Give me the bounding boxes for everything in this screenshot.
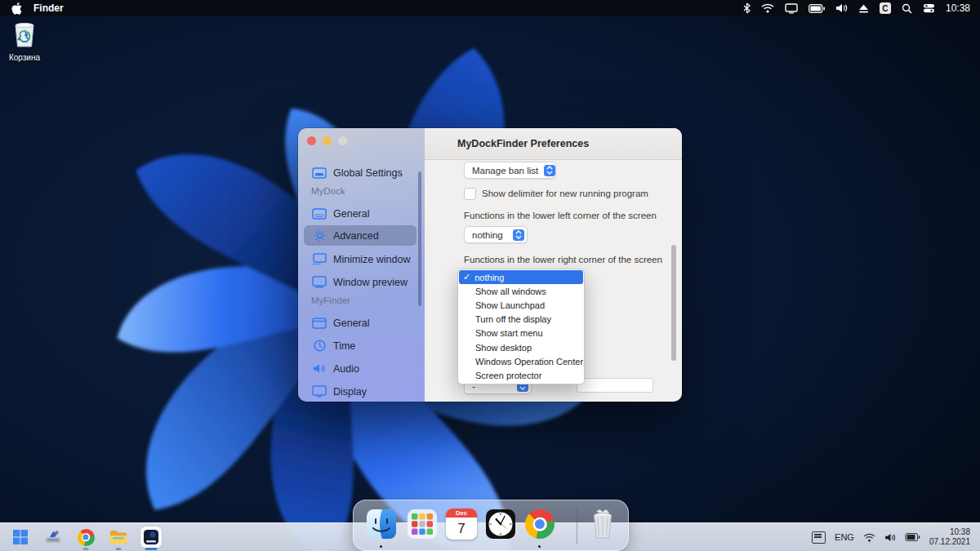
mydockfinder-preferences-window: Global Settings MyDock General Advanced: [298, 128, 682, 402]
mac-menu-bar: Finder C: [0, 0, 980, 16]
menu-bar-app-name[interactable]: Finder: [33, 2, 64, 14]
battery-icon[interactable]: [808, 2, 825, 15]
apple-menu-icon[interactable]: [11, 2, 22, 15]
running-indicator: [380, 545, 382, 548]
sidebar-item-label: General: [333, 208, 369, 220]
menu-option[interactable]: Turn off the display: [459, 313, 583, 327]
window-preview-icon: [311, 276, 327, 288]
menu-option[interactable]: Show all windows: [459, 284, 583, 298]
recycle-bin-desktop-icon[interactable]: Корзина: [7, 20, 42, 62]
zoom-window-button[interactable]: [338, 136, 347, 145]
recycle-bin-icon: [12, 20, 37, 48]
mac-dock: Dec 7: [353, 500, 629, 551]
menu-option[interactable]: Show start menu: [459, 327, 583, 340]
active-indicator: [145, 548, 158, 550]
sidebar-scrollbar[interactable]: [418, 171, 421, 306]
recycle-bin-label: Корзина: [7, 53, 42, 62]
sidebar-item-label: Global Settings: [333, 167, 403, 179]
launchpad-icon: [407, 509, 438, 540]
preferences-sidebar: Global Settings MyDock General Advanced: [298, 128, 425, 402]
menu-option[interactable]: Show Launchpad: [459, 298, 583, 312]
sidebar-item-audio[interactable]: Audio: [304, 358, 416, 379]
dock-item-trash[interactable]: [587, 509, 618, 540]
control-center-icon[interactable]: [923, 2, 935, 15]
sidebar-item-label: Advanced: [333, 230, 379, 242]
menu-option-selected[interactable]: ✓ nothing: [459, 270, 583, 284]
lower-left-functions-value: nothing: [472, 230, 507, 240]
dock-item-chrome[interactable]: [524, 509, 555, 540]
display-settings-icon: [311, 385, 327, 398]
lower-left-functions-select[interactable]: nothing: [464, 226, 528, 243]
dock-item-launchpad[interactable]: [407, 509, 438, 540]
content-scrollbar[interactable]: [671, 245, 676, 361]
show-delimiter-checkbox[interactable]: [464, 188, 476, 200]
clock-icon: [311, 340, 327, 352]
sidebar-item-mydock-advanced[interactable]: Advanced: [304, 225, 416, 246]
start-button[interactable]: [10, 527, 31, 548]
sidebar-item-mydock-general[interactable]: General: [304, 203, 416, 224]
lower-right-functions-dropdown-menu: ✓ nothing Show all windows Show Launchpa…: [457, 269, 585, 384]
menu-option[interactable]: Show desktop: [459, 340, 583, 354]
menu-bar-clock[interactable]: 10:38: [946, 2, 970, 14]
sidebar-item-label: Display: [333, 386, 367, 398]
sidebar-item-label: Time: [333, 340, 355, 352]
window-controls: [307, 136, 347, 145]
menu-option[interactable]: Screen protector: [459, 368, 583, 382]
speaker-icon: [311, 363, 327, 374]
calendar-day: 7: [446, 518, 477, 540]
close-window-button[interactable]: [307, 136, 316, 145]
dock-item-clock[interactable]: [485, 509, 516, 540]
sidebar-item-window-preview[interactable]: Window preview: [304, 272, 416, 292]
sidebar-item-display[interactable]: Display: [304, 381, 416, 402]
show-delimiter-label: Show delimiter for new running program: [482, 189, 648, 198]
bottom-text-input[interactable]: [577, 378, 653, 393]
running-indicator: [538, 545, 541, 548]
sidebar-item-label: Window preview: [333, 277, 408, 288]
running-indicator: [116, 548, 122, 550]
language-indicator[interactable]: ENG: [835, 532, 854, 542]
taskbar-time: 10:38: [929, 527, 970, 537]
checkmark-icon: ✓: [463, 272, 470, 282]
mydockfinder-icon: [143, 529, 159, 545]
lower-left-functions-label: Functions in the lower left corner of th…: [464, 211, 657, 220]
tray-volume-icon[interactable]: [884, 531, 896, 544]
window-icon: [311, 167, 327, 179]
input-source-icon[interactable]: C: [880, 2, 891, 14]
dock-item-calendar[interactable]: Dec 7: [446, 509, 477, 540]
bluetooth-icon[interactable]: [743, 2, 751, 15]
sidebar-item-global-settings[interactable]: Global Settings: [304, 162, 416, 183]
sidebar-item-myfinder-general[interactable]: General: [304, 313, 416, 333]
sidebar-item-minimize-window[interactable]: Minimize window: [304, 249, 416, 269]
sidebar-section-myfinder: MyFinder: [311, 295, 350, 305]
chrome-icon: [525, 509, 555, 539]
dock-item-finder[interactable]: [366, 509, 397, 540]
taskbar-app-mydockfinder-active[interactable]: [140, 527, 162, 548]
manage-ban-list-select[interactable]: Manage ban list: [464, 162, 556, 179]
running-indicator: [83, 548, 89, 550]
eject-icon[interactable]: [858, 2, 869, 15]
sidebar-item-time[interactable]: Time: [304, 335, 416, 356]
menu-option[interactable]: Windows Operation Center: [459, 354, 583, 368]
calendar-month: Dec: [446, 509, 477, 518]
tray-wifi-icon[interactable]: [863, 531, 875, 544]
menu-option-label: nothing: [474, 273, 504, 282]
clock-app-icon: [485, 509, 516, 540]
volume-icon[interactable]: [835, 2, 848, 15]
finder-icon: [366, 509, 397, 540]
wifi-icon[interactable]: [761, 2, 774, 15]
touch-keyboard-icon[interactable]: [812, 531, 826, 544]
select-stepper-icon: [513, 229, 524, 241]
taskbar-app-mydock-utility[interactable]: [42, 527, 64, 548]
minimize-window-button[interactable]: [323, 136, 332, 145]
window-titlebar[interactable]: MyDockFinder Preferences: [425, 128, 682, 160]
chrome-icon: [78, 529, 95, 546]
taskbar-clock[interactable]: 10:38 07.12.2021: [929, 527, 970, 547]
folder-icon: [109, 530, 127, 544]
taskbar-app-chrome[interactable]: [75, 527, 96, 548]
taskbar-app-file-explorer[interactable]: [108, 527, 129, 548]
sidebar-item-label: General: [333, 318, 369, 329]
sidebar-section-mydock: MyDock: [311, 186, 345, 196]
search-icon[interactable]: [902, 2, 912, 15]
display-icon[interactable]: [785, 2, 798, 15]
tray-battery-icon[interactable]: [905, 531, 920, 544]
